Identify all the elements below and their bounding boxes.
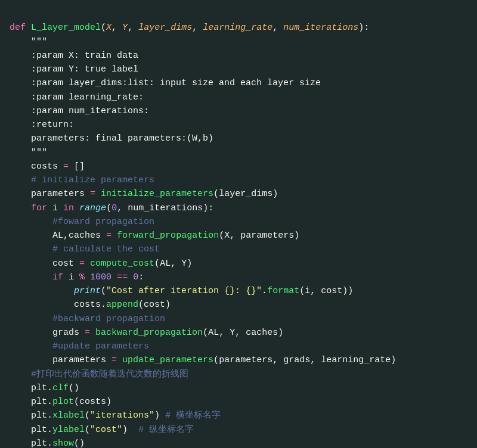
line-16: AL,caches = forward_propagation(X, param… bbox=[10, 231, 299, 241]
line-6: :param learning_rate: bbox=[10, 92, 144, 102]
line-27: plt.clf() bbox=[10, 383, 79, 393]
line-10: """ bbox=[10, 148, 47, 158]
line-25: parameters = update_parameters(parameter… bbox=[10, 355, 396, 365]
line-15: #foward propagation bbox=[10, 217, 154, 227]
line-13: parameters = initialize_parameters(layer… bbox=[10, 189, 278, 199]
line-29: plt.xlabel("iterations") # 横坐标名字 bbox=[10, 410, 221, 421]
line-9: parameters: final parameters:(W,b) bbox=[10, 133, 213, 144]
line-22: #backward propagation bbox=[10, 314, 165, 324]
line-3: :param X: train data bbox=[10, 51, 138, 61]
line-4: :param Y: true label bbox=[10, 64, 138, 74]
line-28: plt.plot(costs) bbox=[10, 397, 111, 407]
line-24: #update parameters bbox=[10, 341, 149, 351]
line-7: :param num_iterations: bbox=[10, 106, 149, 116]
line-2: """ bbox=[10, 37, 47, 47]
line-20: print("Cost after iteration {}: {}".form… bbox=[10, 286, 353, 296]
line-11: costs = [] bbox=[10, 161, 85, 172]
line-26: #打印出代价函数随着迭代次数的折线图 bbox=[10, 369, 188, 379]
line-19: if i % 1000 == 0: bbox=[10, 272, 144, 282]
line-21: costs.append(cost) bbox=[10, 300, 171, 310]
line-5: :param layer_dims:list: input size and e… bbox=[10, 78, 321, 88]
line-17: # calculate the cost bbox=[10, 244, 160, 254]
line-23: grads = backward_propagation(AL, Y, cach… bbox=[10, 328, 283, 338]
line-12: # initialize parameters bbox=[10, 175, 154, 185]
line-14: for i in range(0, num_iterations): bbox=[10, 203, 213, 213]
code-editor: def L_layer_model(X, Y, layer_dims, lear… bbox=[10, 7, 467, 448]
line-1: def L_layer_model(X, Y, layer_dims, lear… bbox=[10, 23, 369, 33]
line-18: cost = compute_cost(AL, Y) bbox=[10, 259, 192, 269]
line-8: :return: bbox=[10, 120, 74, 130]
line-31: plt.show() bbox=[10, 438, 85, 448]
line-30: plt.ylabel("cost") # 纵坐标名字 bbox=[10, 425, 194, 435]
